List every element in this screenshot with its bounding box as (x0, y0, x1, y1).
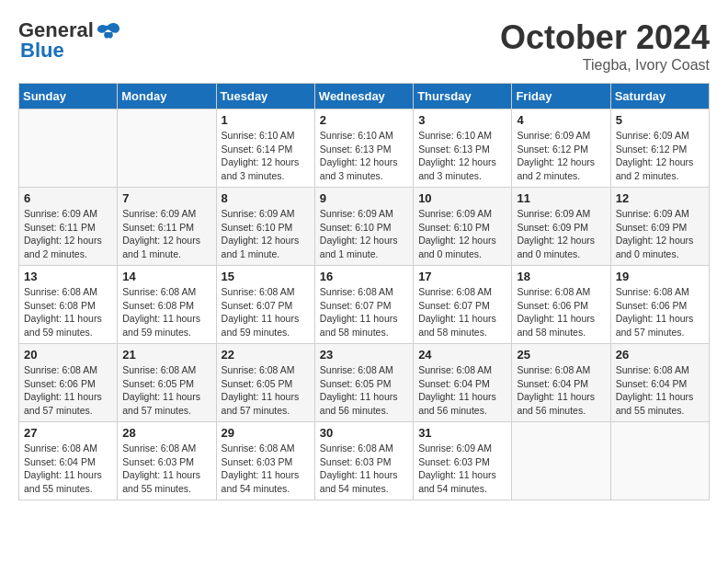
calendar-day-cell: 10Sunrise: 6:09 AM Sunset: 6:10 PM Dayli… (414, 188, 512, 266)
logo: General Blue (18, 18, 121, 63)
day-number: 29 (222, 426, 310, 440)
calendar-day-cell: 14Sunrise: 6:08 AM Sunset: 6:08 PM Dayli… (118, 266, 216, 344)
title-area: October 2024 Tiegba, Ivory Coast (500, 18, 710, 74)
calendar-day-cell: 3Sunrise: 6:10 AM Sunset: 6:13 PM Daylig… (414, 109, 512, 188)
calendar-day-cell: 17Sunrise: 6:08 AM Sunset: 6:07 PM Dayli… (414, 266, 512, 344)
calendar-day-cell: 5Sunrise: 6:09 AM Sunset: 6:12 PM Daylig… (610, 109, 709, 188)
day-info: Sunrise: 6:09 AM Sunset: 6:09 PM Dayligh… (616, 207, 704, 261)
page-header: General Blue October 2024 Tiegba, Ivory … (18, 18, 710, 74)
calendar-day-cell (19, 109, 118, 188)
day-info: Sunrise: 6:10 AM Sunset: 6:13 PM Dayligh… (320, 129, 408, 183)
calendar-day-cell: 6Sunrise: 6:09 AM Sunset: 6:11 PM Daylig… (19, 188, 118, 266)
day-info: Sunrise: 6:10 AM Sunset: 6:13 PM Dayligh… (418, 129, 506, 183)
day-number: 28 (122, 426, 210, 440)
calendar-day-cell: 16Sunrise: 6:08 AM Sunset: 6:07 PM Dayli… (314, 266, 413, 344)
day-info: Sunrise: 6:08 AM Sunset: 6:07 PM Dayligh… (222, 285, 310, 339)
day-info: Sunrise: 6:08 AM Sunset: 6:04 PM Dayligh… (517, 363, 605, 418)
calendar-day-cell: 7Sunrise: 6:09 AM Sunset: 6:11 PM Daylig… (118, 188, 216, 266)
calendar-day-cell (118, 109, 216, 188)
day-number: 24 (418, 348, 506, 362)
day-number: 5 (616, 113, 704, 127)
day-info: Sunrise: 6:08 AM Sunset: 6:07 PM Dayligh… (320, 285, 408, 339)
day-info: Sunrise: 6:08 AM Sunset: 6:03 PM Dayligh… (122, 442, 210, 496)
day-number: 19 (616, 270, 704, 283)
calendar-day-cell: 31Sunrise: 6:09 AM Sunset: 6:03 PM Dayli… (414, 422, 512, 500)
calendar-week-row: 13Sunrise: 6:08 AM Sunset: 6:08 PM Dayli… (19, 266, 710, 344)
calendar-day-cell: 4Sunrise: 6:09 AM Sunset: 6:12 PM Daylig… (512, 109, 610, 188)
day-info: Sunrise: 6:09 AM Sunset: 6:12 PM Dayligh… (517, 129, 605, 183)
calendar-day-cell: 30Sunrise: 6:08 AM Sunset: 6:03 PM Dayli… (314, 422, 413, 500)
day-of-week-header: Friday (512, 84, 610, 109)
calendar-week-row: 20Sunrise: 6:08 AM Sunset: 6:06 PM Dayli… (19, 344, 710, 422)
calendar-day-cell: 8Sunrise: 6:09 AM Sunset: 6:10 PM Daylig… (216, 188, 314, 266)
day-number: 8 (222, 191, 310, 205)
calendar-day-cell: 19Sunrise: 6:08 AM Sunset: 6:06 PM Dayli… (610, 266, 709, 344)
day-info: Sunrise: 6:08 AM Sunset: 6:04 PM Dayligh… (418, 363, 506, 418)
calendar-day-cell (610, 422, 709, 500)
day-info: Sunrise: 6:08 AM Sunset: 6:06 PM Dayligh… (517, 285, 605, 339)
day-info: Sunrise: 6:08 AM Sunset: 6:08 PM Dayligh… (24, 285, 112, 339)
day-of-week-header: Thursday (414, 84, 512, 109)
day-number: 13 (24, 270, 112, 283)
calendar-day-cell: 12Sunrise: 6:09 AM Sunset: 6:09 PM Dayli… (610, 188, 709, 266)
day-number: 31 (418, 426, 506, 440)
day-number: 30 (320, 426, 408, 440)
day-info: Sunrise: 6:09 AM Sunset: 6:10 PM Dayligh… (418, 207, 506, 261)
day-info: Sunrise: 6:08 AM Sunset: 6:05 PM Dayligh… (320, 363, 408, 418)
day-info: Sunrise: 6:09 AM Sunset: 6:12 PM Dayligh… (616, 129, 704, 183)
day-info: Sunrise: 6:09 AM Sunset: 6:03 PM Dayligh… (418, 442, 506, 496)
calendar-day-cell: 22Sunrise: 6:08 AM Sunset: 6:05 PM Dayli… (216, 344, 314, 422)
day-of-week-header: Monday (118, 84, 216, 109)
day-number: 16 (320, 270, 408, 283)
calendar-table: SundayMondayTuesdayWednesdayThursdayFrid… (18, 83, 710, 500)
day-number: 21 (122, 348, 210, 362)
day-number: 27 (24, 426, 112, 440)
month-title: October 2024 (500, 18, 710, 57)
day-info: Sunrise: 6:08 AM Sunset: 6:06 PM Dayligh… (24, 363, 112, 418)
day-info: Sunrise: 6:08 AM Sunset: 6:06 PM Dayligh… (616, 285, 704, 339)
calendar-day-cell (512, 422, 610, 500)
calendar-day-cell: 29Sunrise: 6:08 AM Sunset: 6:03 PM Dayli… (216, 422, 314, 500)
day-info: Sunrise: 6:10 AM Sunset: 6:14 PM Dayligh… (222, 129, 310, 183)
calendar-day-cell: 11Sunrise: 6:09 AM Sunset: 6:09 PM Dayli… (512, 188, 610, 266)
day-number: 4 (517, 113, 605, 127)
calendar-day-cell: 2Sunrise: 6:10 AM Sunset: 6:13 PM Daylig… (314, 109, 413, 188)
day-info: Sunrise: 6:08 AM Sunset: 6:05 PM Dayligh… (222, 363, 310, 418)
day-of-week-header: Saturday (610, 84, 709, 109)
day-number: 1 (222, 113, 310, 127)
day-of-week-header: Sunday (19, 84, 118, 109)
day-number: 15 (222, 270, 310, 283)
day-info: Sunrise: 6:08 AM Sunset: 6:04 PM Dayligh… (616, 363, 704, 418)
calendar-day-cell: 15Sunrise: 6:08 AM Sunset: 6:07 PM Dayli… (216, 266, 314, 344)
location-subtitle: Tiegba, Ivory Coast (500, 57, 710, 74)
calendar-day-cell: 26Sunrise: 6:08 AM Sunset: 6:04 PM Dayli… (610, 344, 709, 422)
logo-blue-text: Blue (20, 39, 64, 63)
day-number: 6 (24, 191, 112, 205)
calendar-day-cell: 18Sunrise: 6:08 AM Sunset: 6:06 PM Dayli… (512, 266, 610, 344)
day-number: 12 (616, 191, 704, 205)
calendar-header-row: SundayMondayTuesdayWednesdayThursdayFrid… (19, 84, 710, 109)
calendar-week-row: 27Sunrise: 6:08 AM Sunset: 6:04 PM Dayli… (19, 422, 710, 500)
day-number: 17 (418, 270, 506, 283)
day-info: Sunrise: 6:09 AM Sunset: 6:10 PM Dayligh… (222, 207, 310, 261)
calendar-day-cell: 23Sunrise: 6:08 AM Sunset: 6:05 PM Dayli… (314, 344, 413, 422)
day-of-week-header: Wednesday (314, 84, 413, 109)
day-info: Sunrise: 6:08 AM Sunset: 6:03 PM Dayligh… (222, 442, 310, 496)
day-info: Sunrise: 6:09 AM Sunset: 6:09 PM Dayligh… (517, 207, 605, 261)
calendar-day-cell: 13Sunrise: 6:08 AM Sunset: 6:08 PM Dayli… (19, 266, 118, 344)
day-number: 26 (616, 348, 704, 362)
day-number: 25 (517, 348, 605, 362)
day-number: 2 (320, 113, 408, 127)
day-info: Sunrise: 6:09 AM Sunset: 6:11 PM Dayligh… (122, 207, 210, 261)
day-number: 14 (122, 270, 210, 283)
calendar-day-cell: 24Sunrise: 6:08 AM Sunset: 6:04 PM Dayli… (414, 344, 512, 422)
calendar-day-cell: 21Sunrise: 6:08 AM Sunset: 6:05 PM Dayli… (118, 344, 216, 422)
day-info: Sunrise: 6:08 AM Sunset: 6:03 PM Dayligh… (320, 442, 408, 496)
day-info: Sunrise: 6:09 AM Sunset: 6:10 PM Dayligh… (320, 207, 408, 261)
day-number: 7 (122, 191, 210, 205)
day-info: Sunrise: 6:08 AM Sunset: 6:07 PM Dayligh… (418, 285, 506, 339)
day-of-week-header: Tuesday (216, 84, 314, 109)
day-number: 10 (418, 191, 506, 205)
day-info: Sunrise: 6:08 AM Sunset: 6:04 PM Dayligh… (24, 442, 112, 496)
calendar-day-cell: 27Sunrise: 6:08 AM Sunset: 6:04 PM Dayli… (19, 422, 118, 500)
